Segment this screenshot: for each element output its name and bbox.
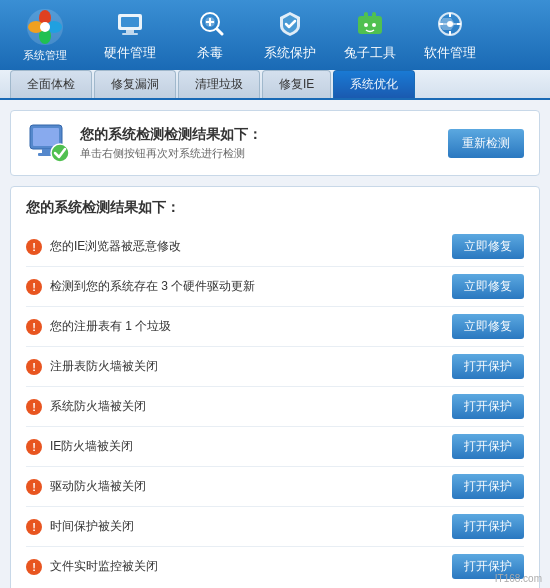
result-item-3: !注册表防火墙被关闭打开保护 <box>26 347 524 387</box>
hardware-icon <box>114 8 146 40</box>
item-text-7: 时间保护被关闭 <box>50 518 134 535</box>
logo-icon <box>26 8 64 46</box>
result-items-list: !您的IE浏览器被恶意修改立即修复!检测到您的系统存在 3 个硬件驱动更新立即修… <box>26 227 524 586</box>
nav-software-label: 软件管理 <box>424 44 476 62</box>
svg-point-22 <box>447 21 453 27</box>
tab-xitong-youhua[interactable]: 系统优化 <box>333 70 415 98</box>
result-item-4: !系统防火墙被关闭打开保护 <box>26 387 524 427</box>
software-icon <box>434 8 466 40</box>
tab-quanmian[interactable]: 全面体检 <box>10 70 92 98</box>
item-btn-6[interactable]: 打开保护 <box>452 474 524 499</box>
item-left-2: !您的注册表有 1 个垃圾 <box>26 318 171 335</box>
item-btn-4[interactable]: 打开保护 <box>452 394 524 419</box>
warning-icon-4: ! <box>26 399 42 415</box>
result-item-1: !检测到您的系统存在 3 个硬件驱动更新立即修复 <box>26 267 524 307</box>
warning-icon-7: ! <box>26 519 42 535</box>
item-left-8: !文件实时监控被关闭 <box>26 558 158 575</box>
item-btn-7[interactable]: 打开保护 <box>452 514 524 539</box>
item-btn-3[interactable]: 打开保护 <box>452 354 524 379</box>
tab-bar: 全面体检 修复漏洞 清理垃圾 修复IE 系统优化 <box>0 70 550 100</box>
warning-icon-8: ! <box>26 559 42 575</box>
nav-antivirus-label: 杀毒 <box>197 44 223 62</box>
result-item-5: !IE防火墙被关闭打开保护 <box>26 427 524 467</box>
item-text-3: 注册表防火墙被关闭 <box>50 358 158 375</box>
nav-protection-label: 系统保护 <box>264 44 316 62</box>
item-left-3: !注册表防火墙被关闭 <box>26 358 158 375</box>
protection-icon <box>274 8 306 40</box>
banner-text: 您的系统检测检测结果如下： 单击右侧按钮再次对系统进行检测 <box>80 126 262 161</box>
svg-rect-17 <box>372 12 376 19</box>
svg-rect-9 <box>122 33 138 35</box>
item-left-4: !系统防火墙被关闭 <box>26 398 146 415</box>
warning-icon-0: ! <box>26 239 42 255</box>
nav-hardware-label: 硬件管理 <box>104 44 156 62</box>
top-navigation: 系统管理 硬件管理 <box>0 0 550 70</box>
result-banner: 您的系统检测检测结果如下： 单击右侧按钮再次对系统进行检测 重新检测 <box>10 110 540 176</box>
svg-point-19 <box>372 23 376 27</box>
nav-tools[interactable]: 兔子工具 <box>330 5 410 65</box>
warning-icon-1: ! <box>26 279 42 295</box>
item-left-7: !时间保护被关闭 <box>26 518 134 535</box>
result-item-2: !您的注册表有 1 个垃圾立即修复 <box>26 307 524 347</box>
item-btn-2[interactable]: 立即修复 <box>452 314 524 339</box>
recheck-button[interactable]: 重新检测 <box>448 129 524 158</box>
item-text-2: 您的注册表有 1 个垃圾 <box>50 318 171 335</box>
item-btn-5[interactable]: 打开保护 <box>452 434 524 459</box>
svg-point-31 <box>51 144 69 162</box>
item-btn-0[interactable]: 立即修复 <box>452 234 524 259</box>
warning-icon-2: ! <box>26 319 42 335</box>
item-text-5: IE防火墙被关闭 <box>50 438 133 455</box>
item-text-8: 文件实时监控被关闭 <box>50 558 158 575</box>
warning-icon-6: ! <box>26 479 42 495</box>
nav-software[interactable]: 软件管理 <box>410 5 490 65</box>
svg-rect-8 <box>126 30 134 33</box>
item-left-6: !驱动防火墙被关闭 <box>26 478 146 495</box>
item-text-0: 您的IE浏览器被恶意修改 <box>50 238 181 255</box>
item-left-5: !IE防火墙被关闭 <box>26 438 133 455</box>
banner-title: 您的系统检测检测结果如下： <box>80 126 262 144</box>
watermark: IT168.com <box>495 573 542 584</box>
monitor-check-icon <box>26 121 70 165</box>
warning-icon-5: ! <box>26 439 42 455</box>
tab-xiufu-loudong[interactable]: 修复漏洞 <box>94 70 176 98</box>
tab-xiufu-ie[interactable]: 修复IE <box>262 70 331 98</box>
results-section: 您的系统检测结果如下： !您的IE浏览器被恶意修改立即修复!检测到您的系统存在 … <box>10 186 540 588</box>
svg-line-11 <box>217 29 222 34</box>
nav-hardware[interactable]: 硬件管理 <box>90 5 170 65</box>
results-title: 您的系统检测结果如下： <box>26 199 524 217</box>
nav-protection[interactable]: 系统保护 <box>250 5 330 65</box>
logo-label: 系统管理 <box>23 48 67 63</box>
result-item-7: !时间保护被关闭打开保护 <box>26 507 524 547</box>
item-left-1: !检测到您的系统存在 3 个硬件驱动更新 <box>26 278 255 295</box>
svg-rect-28 <box>33 128 59 146</box>
nav-tools-label: 兔子工具 <box>344 44 396 62</box>
main-content: 您的系统检测检测结果如下： 单击右侧按钮再次对系统进行检测 重新检测 您的系统检… <box>0 100 550 588</box>
banner-left: 您的系统检测检测结果如下： 单击右侧按钮再次对系统进行检测 <box>26 121 262 165</box>
item-left-0: !您的IE浏览器被恶意修改 <box>26 238 181 255</box>
banner-subtitle: 单击右侧按钮再次对系统进行检测 <box>80 146 262 161</box>
result-item-0: !您的IE浏览器被恶意修改立即修复 <box>26 227 524 267</box>
svg-rect-16 <box>364 12 368 19</box>
result-item-8: !文件实时监控被关闭打开保护 <box>26 547 524 586</box>
svg-point-5 <box>40 22 50 32</box>
tab-qingli-laji[interactable]: 清理垃圾 <box>178 70 260 98</box>
item-text-4: 系统防火墙被关闭 <box>50 398 146 415</box>
item-btn-1[interactable]: 立即修复 <box>452 274 524 299</box>
item-text-6: 驱动防火墙被关闭 <box>50 478 146 495</box>
svg-point-18 <box>364 23 368 27</box>
warning-icon-3: ! <box>26 359 42 375</box>
app-logo[interactable]: 系统管理 <box>10 5 80 65</box>
antivirus-icon <box>194 8 226 40</box>
tools-icon <box>354 8 386 40</box>
svg-rect-7 <box>121 17 139 27</box>
nav-antivirus[interactable]: 杀毒 <box>170 5 250 65</box>
item-text-1: 检测到您的系统存在 3 个硬件驱动更新 <box>50 278 255 295</box>
result-item-6: !驱动防火墙被关闭打开保护 <box>26 467 524 507</box>
